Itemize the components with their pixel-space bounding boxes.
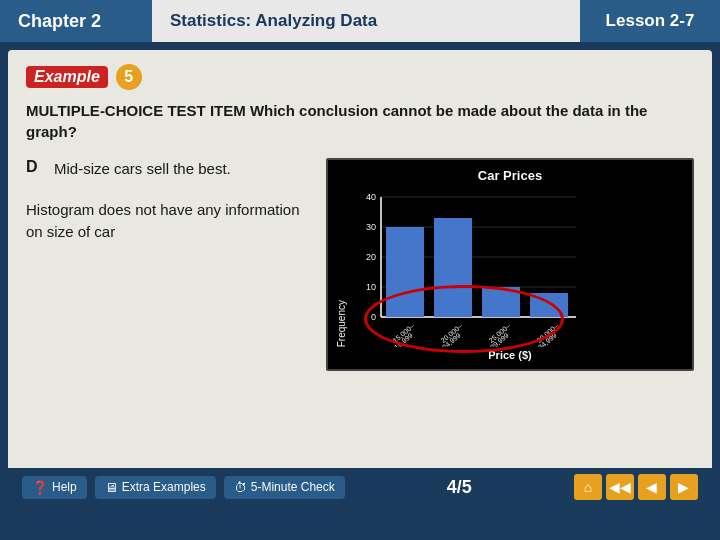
chapter-label: Chapter 2 <box>0 0 152 42</box>
example-label: Example <box>26 66 108 88</box>
nav-buttons: ⌂ ◀◀ ◀ ▶ <box>574 474 698 500</box>
explanation-text: Histogram does not have any information … <box>26 199 306 243</box>
footer-buttons: ❓ Help 🖥 Extra Examples ⏱ 5-Minute Check <box>22 476 345 499</box>
svg-text:0: 0 <box>371 312 376 322</box>
chart-container: Car Prices Frequency <box>326 158 694 371</box>
next-button[interactable]: ▶ <box>670 474 698 500</box>
question-text: MULTIPLE-CHOICE TEST ITEM Which conclusi… <box>26 100 694 142</box>
check-icon: ⏱ <box>234 480 247 495</box>
content-row: D Mid-size cars sell the best. Histogram… <box>26 158 694 371</box>
extra-examples-button[interactable]: 🖥 Extra Examples <box>95 476 216 499</box>
home-icon: ⌂ <box>584 479 592 495</box>
prev-prev-icon: ◀◀ <box>609 479 631 495</box>
example-badge: Example 5 <box>26 64 694 90</box>
prev-icon: ◀ <box>646 479 657 495</box>
five-minute-check-button[interactable]: ⏱ 5-Minute Check <box>224 476 345 499</box>
answer-letter: D <box>26 158 44 176</box>
chart-svg: 40 30 20 10 0 <box>351 187 581 347</box>
svg-rect-12 <box>386 227 424 317</box>
answer-text: Mid-size cars sell the best. <box>54 158 231 179</box>
extra-icon: 🖥 <box>105 480 118 495</box>
header: Chapter 2 Statistics: Analyzing Data Les… <box>0 0 720 42</box>
svg-text:20: 20 <box>366 252 376 262</box>
svg-text:10: 10 <box>366 282 376 292</box>
help-icon: ❓ <box>32 480 48 495</box>
chart-title: Car Prices <box>336 168 684 183</box>
chart-area: 40 30 20 10 0 <box>351 187 684 347</box>
extra-label: Extra Examples <box>122 480 206 494</box>
svg-rect-15 <box>530 293 568 317</box>
lesson-label: Lesson 2-7 <box>580 0 720 42</box>
footer: ❓ Help 🖥 Extra Examples ⏱ 5-Minute Check… <box>8 468 712 506</box>
left-side: D Mid-size cars sell the best. Histogram… <box>26 158 306 243</box>
x-axis-label: Price ($) <box>336 349 684 361</box>
help-label: Help <box>52 480 77 494</box>
prev-prev-button[interactable]: ◀◀ <box>606 474 634 500</box>
answer-line: D Mid-size cars sell the best. <box>26 158 306 179</box>
chart-wrapper: Car Prices Frequency <box>326 158 694 371</box>
check-label: 5-Minute Check <box>251 480 335 494</box>
y-axis-label: Frequency <box>336 290 347 347</box>
example-number: 5 <box>116 64 142 90</box>
header-title: Statistics: Analyzing Data <box>152 0 580 42</box>
help-button[interactable]: ❓ Help <box>22 476 87 499</box>
main-content: Example 5 MULTIPLE-CHOICE TEST ITEM Whic… <box>8 50 712 506</box>
svg-rect-14 <box>482 287 520 317</box>
svg-text:40: 40 <box>366 192 376 202</box>
svg-rect-13 <box>434 218 472 317</box>
chart-inner: Frequency <box>336 187 684 347</box>
next-icon: ▶ <box>678 479 689 495</box>
page-indicator: 4/5 <box>447 477 472 498</box>
svg-text:30: 30 <box>366 222 376 232</box>
home-button[interactable]: ⌂ <box>574 474 602 500</box>
prev-button[interactable]: ◀ <box>638 474 666 500</box>
